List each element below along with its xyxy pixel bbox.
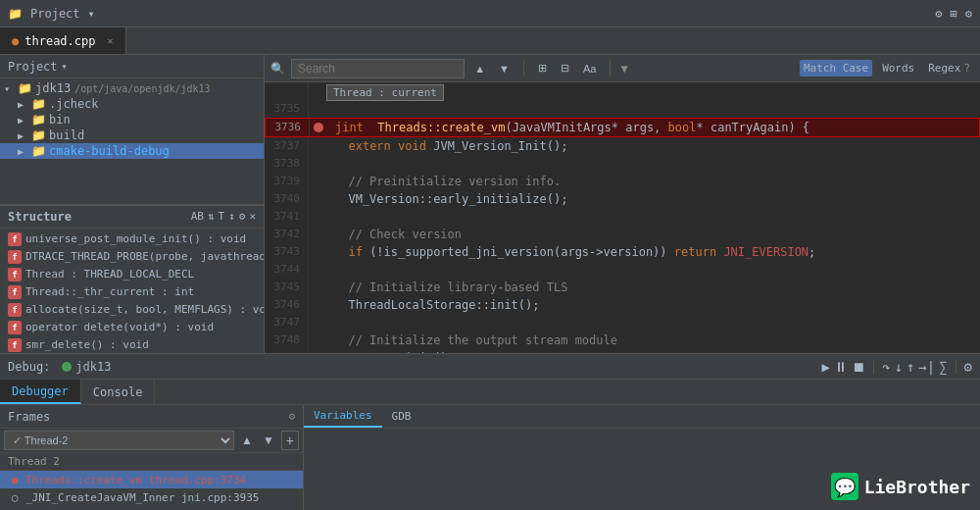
code-line: 3743 if (!is_supported_jni_version(args-… [265,243,980,261]
struct-icon: f [8,303,22,317]
wechat-symbol: 💬 [834,477,856,497]
thread-frame-label: Thread 2 [0,453,303,471]
line-gutter [309,261,326,279]
frame-item[interactable]: ○JNI_CreateJavaVM jni.cpp:3948 [0,506,303,510]
words-btn[interactable]: ⊟ [557,60,573,76]
tab-console-label: Console [93,385,143,399]
tree-item-cmake[interactable]: ▶ 📁 cmake-build-debug [0,143,264,159]
tab-debugger[interactable]: Debugger [0,380,81,404]
tree-label-build: build [49,128,84,142]
close-struct-icon[interactable]: ✕ [249,210,256,223]
tab-bar: ● thread.cpp ✕ [0,27,980,55]
tree-arrow-bin: ▶ [18,115,31,126]
project-header-title: Project [8,60,58,74]
case-btn[interactable]: Aa [579,61,600,76]
settings-struct-icon[interactable]: ⚙ [239,210,246,223]
tree-arrow-jdk13: ▾ [4,83,18,94]
line-gutter [310,119,327,136]
regex-option[interactable]: Regex ? [924,60,974,76]
code-line: 3744 [265,261,980,279]
thread-prev-btn[interactable]: ▲ [238,433,256,448]
frame-label: Threads::create_vm thread.cpp:3734 [25,474,246,486]
structure-item[interactable]: foperator delete(void*) : void [0,319,264,336]
settings-debug-icon[interactable]: ⚙ [964,359,972,375]
tab-thread-cpp[interactable]: ● thread.cpp ✕ [0,27,126,54]
filter-icon[interactable]: T [219,210,225,223]
status-jdk[interactable]: jdk13 [62,360,111,374]
folder-icon-build: 📁 [31,128,46,142]
structure-item[interactable]: fsmr_delete() : void [0,336,264,354]
structure-tools: АB ⇅ T ↕ ⚙ ✕ [191,210,256,223]
structure-item[interactable]: fDTRACE_THREAD_PROBE(probe, javathread) [0,248,264,266]
thread-2-label: Thread 2 [8,455,60,468]
struct-icon: f [8,232,22,246]
line-number: 3741 [265,208,309,226]
run-to-cursor-icon[interactable]: →| [918,359,935,375]
split-icon[interactable]: ⊞ [951,7,957,21]
structure-item[interactable]: fallocate(size_t, bool, MEMFLAGS) : void… [0,301,264,319]
sort-alpha-icon[interactable]: АB [191,210,204,223]
tree-item-build[interactable]: ▶ 📁 build [0,128,264,143]
code-editor[interactable]: Thread : current )37353736jint Threads::… [265,82,980,353]
project-arrow-icon: ▾ [62,61,68,72]
words-option[interactable]: Words [878,60,918,76]
filter-btn[interactable]: ⊞ [534,60,551,76]
breakpoint-dot[interactable] [314,123,323,132]
tab-variables-label: Variables [314,409,372,422]
project-icon: 📁 [8,7,23,21]
structure-item[interactable]: fThread : THREAD_LOCAL_DECL [0,266,264,283]
step-into-icon[interactable]: ↓ [894,359,902,375]
match-case-option[interactable]: Match Case [800,60,872,76]
structure-item[interactable]: fThread::_thr_current : int [0,283,264,301]
tab-console[interactable]: Console [81,380,156,404]
thread-next-btn[interactable]: ▼ [260,433,277,448]
stop-icon[interactable]: ⏹ [852,359,865,375]
line-content [326,100,334,118]
struct-label: DTRACE_THREAD_PROBE(probe, javathread) [25,250,264,263]
search-icon: 🔍 [270,62,285,76]
tree-item-bin[interactable]: ▶ 📁 bin [0,112,264,128]
frame-item[interactable]: ○_JNI_CreateJavaVM_Inner jni.cpp:3935 [0,488,303,506]
next-match-btn[interactable]: ▼ [495,61,514,76]
tree-item-jcheck[interactable]: ▶ 📁 .jcheck [0,96,264,112]
line-gutter [309,314,326,332]
tree-arrow-build: ▶ [18,130,31,141]
line-number: 3740 [265,190,309,208]
pause-icon[interactable]: ⏸ [834,359,848,375]
project-title: Project [30,7,80,21]
line-gutter [309,208,326,226]
tab-gdb[interactable]: GDB [382,405,421,428]
tab-close-icon[interactable]: ✕ [107,35,113,46]
status-dot [62,362,72,372]
eval-icon[interactable]: ∑ [939,359,947,375]
search-input[interactable] [291,59,465,78]
step-over-icon[interactable]: ↷ [882,359,890,375]
struct-icon: f [8,250,22,264]
resume-icon[interactable]: ▶ [822,359,830,375]
code-line: 3739 // Preinitialize version info. [265,173,980,190]
sort-icon[interactable]: ⇅ [208,210,215,223]
watermark-text: LieBrother [864,477,970,497]
tree-item-jdk13[interactable]: ▾ 📁 jdk13 /opt/java/openjdk/jdk13 [0,80,264,96]
step-out-icon[interactable]: ↑ [906,359,914,375]
settings-icon[interactable]: ⚙ [935,7,942,21]
tab-variables[interactable]: Variables [304,405,382,428]
structure-item[interactable]: funiverse_post_module_init() : void [0,230,264,248]
filter-icon2[interactable]: ▼ [620,62,627,76]
line-gutter [309,349,326,353]
line-content [326,208,334,226]
code-line: 3746 ThreadLocalStorage::init(); [265,296,980,314]
frames-settings-icon[interactable]: ⚙ [288,410,295,423]
add-frame-btn[interactable]: + [281,431,299,450]
line-content: if (!is_supported_jni_version(args->vers… [326,243,815,261]
tab-gdb-label: GDB [392,410,412,423]
expand-icon[interactable]: ↕ [228,210,235,223]
prev-match-btn[interactable]: ▲ [470,61,489,76]
bottom-panel: Debug: jdk13 ▶ ⏸ ⏹ ↷ ↓ ↑ →| ∑ ⚙ Debugger… [0,353,980,510]
folder-icon-cmake: 📁 [31,144,46,158]
code-line: 3748 // Initialize the output stream mod… [265,332,980,349]
code-line: 3747 [265,314,980,332]
thread-select[interactable]: ✓ Thread-2 [4,431,234,450]
frame-item[interactable]: ●Threads::create_vm thread.cpp:3734 [0,471,303,488]
gear-icon[interactable]: ⚙ [965,7,972,21]
